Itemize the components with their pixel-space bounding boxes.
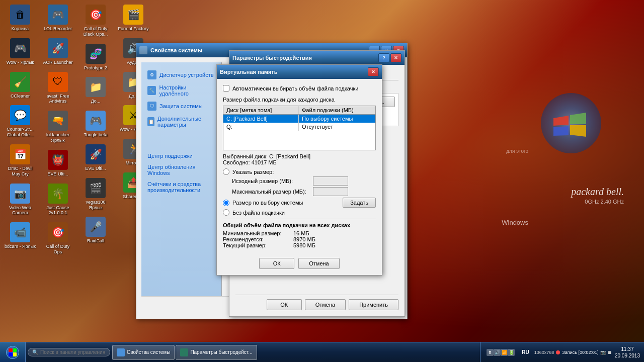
taskbar-btn-perf[interactable]: Параметры быстродейст... bbox=[176, 345, 257, 360]
icon-raidcall[interactable]: 🎤 RaidCall bbox=[78, 215, 113, 246]
vm-auto-checkbox[interactable] bbox=[223, 85, 229, 92]
vm-system-radio[interactable] bbox=[223, 200, 229, 206]
desktop-icons-col2: 🎮 LOL Recorder 🚀 ACR Launcher 🛡 avast! F… bbox=[40, 3, 75, 257]
vm-auto-label: Автоматически выбирать объём файла подка… bbox=[232, 85, 358, 92]
taskbar-search[interactable]: 🔍 bbox=[28, 348, 110, 356]
search-input[interactable] bbox=[40, 349, 106, 355]
icon-vegas[interactable]: 🎬 vegas100 Ярлык bbox=[78, 176, 113, 213]
vm-disk-q-label: Q: bbox=[223, 123, 299, 131]
vm-buttons: ОК Отмена bbox=[223, 258, 376, 269]
start-button[interactable] bbox=[0, 342, 26, 363]
icon-bdcam[interactable]: 📹 bdcam - Ярлык bbox=[3, 220, 38, 251]
vm-disk-c-value: По выбору системы bbox=[299, 115, 375, 123]
sidebar-link-hardware[interactable]: 🔧 Настройки удалённого bbox=[147, 84, 215, 97]
icon-recycle[interactable]: 🗑 Корзина bbox=[3, 3, 38, 34]
perf-bottom: ОК Отмена Применить bbox=[235, 295, 398, 310]
icon-cod2[interactable]: 🎯 Call of Duty Ops bbox=[40, 220, 75, 257]
icon-lol[interactable]: 🎮 LOL Recorder bbox=[40, 3, 75, 34]
vm-disk-row-c[interactable]: C: [Packard Bell] По выбору системы bbox=[223, 115, 375, 123]
vm-disk-table: Диск [метка тома] Файл подкачки (МБ) C: … bbox=[223, 106, 376, 150]
vm-cancel-btn[interactable]: Отмена bbox=[298, 258, 339, 269]
vm-initial-input[interactable] bbox=[313, 176, 348, 186]
icon-video[interactable]: 📷 Video Web Camera bbox=[3, 182, 38, 218]
sysprops-icon bbox=[117, 348, 125, 356]
perf-cancel-btn[interactable]: Отмена bbox=[305, 299, 346, 310]
sidebar-link-protection[interactable]: 🛡 Защита системы bbox=[147, 102, 215, 111]
icon-lol2[interactable]: 🎮 Tungle beta bbox=[78, 109, 113, 140]
vm-nofile-label: Без файла подкачки bbox=[232, 210, 285, 216]
perf-opts-titlebar[interactable]: Параметры быстродействия ? ✕ bbox=[229, 51, 405, 65]
icon-format[interactable]: 🎬 Format Factory bbox=[116, 3, 151, 34]
sidebar-link-update[interactable]: Центр обновления Windows bbox=[147, 164, 215, 176]
vm-ok-btn[interactable]: ОК bbox=[259, 258, 294, 269]
icon-dmc[interactable]: 👹 EVE Ulti... bbox=[40, 148, 75, 179]
icon-steam[interactable]: 🎮 Wow - Ярлык bbox=[3, 36, 38, 67]
vm-current-value: 5980 МБ bbox=[293, 242, 315, 248]
vm-selected-disk-row: Выбранный диск: C: [Packard Bell] bbox=[223, 153, 376, 159]
desktop-icons-col3: 🎯 Call of Duty Black Ops... 🧬 Prototype … bbox=[78, 3, 113, 246]
rec-indicator: 1360x768 Запись [00:02:01] 📷 ⏹ bbox=[534, 350, 612, 355]
sidebar-link-perf[interactable]: Счётчики и средства производительности bbox=[147, 181, 215, 193]
taskbar-right: ⬆ 🔊 📶 🔋 RU 1360x768 Запись [00:02:01] 📷 … bbox=[480, 342, 644, 362]
rec-dot bbox=[556, 350, 560, 354]
vm-system-row: Размер по выбору системы Задать bbox=[223, 198, 376, 208]
sys-props-icon bbox=[139, 46, 147, 54]
virt-mem-title: Виртуальная память bbox=[220, 69, 368, 75]
perf-opts-close[interactable]: ✕ bbox=[390, 53, 401, 62]
tray-icon-2[interactable]: 🔊 bbox=[494, 349, 501, 356]
virt-mem-close[interactable]: ✕ bbox=[368, 67, 379, 76]
perf-apply-btn[interactable]: Применить bbox=[349, 299, 398, 310]
clock-date: 20.09.2013 bbox=[615, 352, 640, 359]
desktop: 🗑 Корзина 🎮 Wow - Ярлык 🧹 CCleaner 💬 Cou… bbox=[0, 0, 644, 362]
vm-rec-label: Рекомендуется: bbox=[223, 236, 288, 242]
icon-justcause[interactable]: 🌴 Just Cause 2v1.0.0.1 bbox=[40, 182, 75, 218]
vm-disk-row-q[interactable]: Q: Отсутствует bbox=[223, 123, 375, 131]
advanced-icon: 📋 bbox=[147, 117, 154, 126]
icon-avast[interactable]: 🛡 avast! Free Antivirus bbox=[40, 70, 75, 107]
vm-nofile-radio[interactable] bbox=[223, 209, 229, 216]
vm-min-value: 16 МБ bbox=[293, 230, 309, 236]
perf-opts-help[interactable]: ? bbox=[378, 53, 389, 62]
clock-time: 11:37 bbox=[621, 346, 633, 352]
hardware-icon: 🔧 bbox=[147, 86, 156, 95]
tray-icon-1[interactable]: ⬆ bbox=[487, 349, 494, 356]
icon-acr[interactable]: 🚀 ACR Launcher bbox=[40, 36, 75, 67]
vm-max-input[interactable] bbox=[313, 187, 348, 196]
icon-counter[interactable]: 🔫 lol.launcher Ярлык bbox=[40, 109, 75, 145]
lang-indicator[interactable]: RU bbox=[520, 349, 531, 355]
virt-mem-tb-buttons: ✕ bbox=[368, 67, 379, 76]
rec-label: Запись [00:02:01] bbox=[562, 350, 598, 355]
sidebar-link-advanced[interactable]: 📋 Дополнительные параметры bbox=[147, 116, 215, 128]
vm-initial-row: Исходный размер (МБ): bbox=[232, 176, 376, 186]
clock[interactable]: 11:37 20.09.2013 bbox=[615, 346, 640, 359]
vm-nofile-row: Без файла подкачки bbox=[223, 209, 376, 216]
perf-ok-btn[interactable]: ОК bbox=[267, 299, 302, 310]
icon-cod[interactable]: 🎯 Call of Duty Black Ops... bbox=[78, 3, 113, 39]
desktop-icons-col1: 🗑 Корзина 🎮 Wow - Ярлык 🧹 CCleaner 💬 Cou… bbox=[3, 3, 38, 251]
vm-system-radio-row: Размер по выбору системы bbox=[223, 200, 303, 206]
sidebar-link-dispatcher[interactable]: ⚙ Диспетчер устройств bbox=[147, 70, 215, 79]
vm-min-label: Минимальный размер: bbox=[223, 230, 288, 236]
vm-table-body: C: [Packard Bell] По выбору системы Q: О… bbox=[223, 115, 375, 150]
taskbar-btn-sysprops[interactable]: Свойства системы bbox=[112, 345, 175, 360]
sidebar-link-support[interactable]: Центр поддержки bbox=[147, 153, 215, 159]
icon-eve[interactable]: 🚀 EVE Ulti... bbox=[78, 142, 113, 173]
cpu-info: 0GHz 2.40 GHz bbox=[585, 199, 624, 205]
vm-specify-row: Указать размер: bbox=[223, 168, 376, 175]
icon-ccleaner[interactable]: 🧹 CCleaner bbox=[3, 70, 38, 101]
vm-rec-row: Рекомендуется: 8970 МБ bbox=[223, 236, 376, 242]
virt-mem-titlebar[interactable]: Виртуальная память ✕ bbox=[217, 65, 382, 79]
icon-placeholder[interactable]: 📁 До... bbox=[78, 75, 113, 106]
vm-specify-radio[interactable] bbox=[223, 168, 229, 175]
tray-icon-3[interactable]: 📶 bbox=[501, 349, 508, 356]
vm-set-btn[interactable]: Задать bbox=[343, 198, 376, 208]
perf-icon bbox=[180, 348, 188, 356]
col-file-header: Файл подкачки (МБ) bbox=[299, 106, 375, 114]
icon-prototype[interactable]: 🧬 Prototype 2 bbox=[78, 42, 113, 73]
icon-tungle[interactable]: 📅 DmC - Devil May Cry bbox=[3, 142, 38, 179]
vm-size-options: Указать размер: Исходный размер (МБ): Ма… bbox=[223, 168, 376, 216]
rec-icons: 📷 ⏹ bbox=[600, 350, 612, 355]
icon-skype[interactable]: 💬 Counter-Str... Global Offe... bbox=[3, 103, 38, 140]
tray-icon-4[interactable]: 🔋 bbox=[508, 349, 515, 356]
taskbar: 🔍 Свойства системы Параметры быстродейст… bbox=[0, 342, 644, 362]
